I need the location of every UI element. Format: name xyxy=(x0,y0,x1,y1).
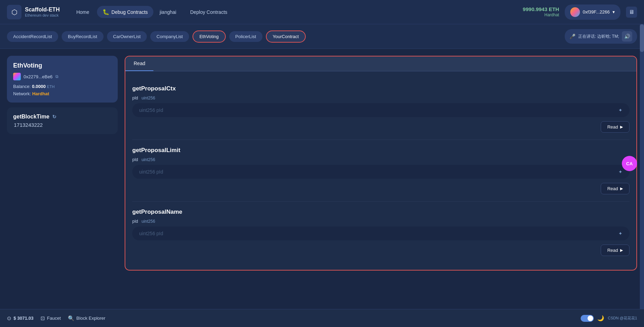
footer-faucet-label: Faucet xyxy=(47,316,61,321)
method-get-proposal-name-name: getProposalName xyxy=(132,209,629,215)
nav-home[interactable]: Home xyxy=(70,7,95,18)
footer-block-explorer[interactable]: 🔍 Block Explorer xyxy=(68,315,106,321)
footer-balance: ⊙ $ 3071.03 xyxy=(7,315,34,321)
speaker-button[interactable]: 🔊 xyxy=(622,31,632,42)
refresh-icon[interactable]: ↻ xyxy=(52,114,56,120)
toggle-knob xyxy=(588,316,593,321)
speaker-icon: 🔊 xyxy=(624,34,630,39)
network-value: Hardhat xyxy=(32,91,49,96)
tab-accident-record-list[interactable]: AccidentRecordList xyxy=(7,31,58,42)
main-content: EthVoting 0x2279...eBe6 ⧉ Balance: 0.000… xyxy=(0,49,644,277)
input-row-2: ✦ xyxy=(132,227,629,240)
expand-icon-0: ✦ xyxy=(618,107,623,113)
csdn-label: CA xyxy=(626,161,633,166)
method-section-get-proposal-limit: getProposalLimit pId uint256 ✦ Read ▶ xyxy=(132,140,629,202)
method-name: getBlockTime xyxy=(13,114,50,120)
logo: ⬡ Scaffold-ETH Ethereum dev stack xyxy=(7,5,60,19)
scrollbar-thumb[interactable] xyxy=(640,24,644,52)
method-get-proposal-limit-name: getProposalLimit xyxy=(132,147,629,154)
read-btn-0[interactable]: Read ▶ xyxy=(601,121,629,133)
read-btn-2[interactable]: Read ▶ xyxy=(601,245,629,256)
search-icon: 🔍 xyxy=(68,315,74,321)
speaking-indicator: 🎤 正在讲话: 边昕晗; TM; 🔊 xyxy=(565,29,637,44)
chevron-down-icon: ▾ xyxy=(612,9,615,15)
balance-label: Balance: xyxy=(13,84,31,89)
input-get-proposal-name[interactable] xyxy=(139,231,616,236)
input-row-0: ✦ xyxy=(132,103,629,117)
dark-mode-toggle[interactable] xyxy=(581,315,594,322)
csdn-widget[interactable]: CA xyxy=(622,156,637,171)
nav-debug-contracts[interactable]: 🐛 Debug Contracts xyxy=(97,6,153,18)
cursor-icon-1: ▶ xyxy=(620,186,623,191)
contract-info-card: EthVoting 0x2279...eBe6 ⧉ Balance: 0.000… xyxy=(7,56,118,103)
panel-tab-read[interactable]: Read xyxy=(125,56,153,71)
read-btn-2-label: Read xyxy=(607,248,618,253)
bug-icon: 🐛 xyxy=(102,9,109,15)
footer-faucet[interactable]: ⊡ Faucet xyxy=(41,315,61,321)
read-btn-1[interactable]: Read ▶ xyxy=(601,183,629,194)
wallet-address: 0xf39F...2266 xyxy=(583,9,610,15)
method-section-get-proposal-ctx: getProposalCtx pId uint256 ✦ Read ▶ xyxy=(132,78,629,140)
expand-icon-1: ✦ xyxy=(618,169,623,175)
dollar-icon: ⊙ xyxy=(7,315,11,321)
panel-tabs: Read xyxy=(125,56,636,71)
contract-network: Network: Hardhat xyxy=(13,91,111,96)
tab-company-list[interactable]: CompanyList xyxy=(150,31,189,42)
mic-icon: 🎤 xyxy=(570,34,575,39)
balance-unit: ETH xyxy=(47,85,55,89)
method-get-proposal-ctx-name: getProposalCtx xyxy=(132,85,629,92)
tab-policer-list[interactable]: PolicerList xyxy=(229,31,262,42)
nav-debug-label: Debug Contracts xyxy=(111,9,148,15)
read-btn-1-label: Read xyxy=(607,186,618,191)
speaking-text: 正在讲话: 边昕晗; TM; xyxy=(578,34,619,39)
eth-network: Hardhat xyxy=(523,12,559,18)
header-right: 9990.9943 ETH Hardhat 0xf39F...2266 ▾ 🖥 xyxy=(523,5,637,20)
param-type-1: uint256 xyxy=(142,157,155,162)
header: ⬡ Scaffold-ETH Ethereum dev stack Home 🐛… xyxy=(0,0,644,24)
eth-amount: 9990.9943 ETH xyxy=(523,6,559,13)
balance-value: 0.0000 xyxy=(32,84,46,89)
param-name-1: pId xyxy=(132,157,138,162)
footer-block-explorer-label: Block Explorer xyxy=(77,316,106,321)
footer-balance-value: $ 3071.03 xyxy=(14,316,34,321)
moon-icon: 🌙 xyxy=(597,315,604,321)
wallet-button[interactable]: 0xf39F...2266 ▾ xyxy=(565,5,620,20)
network-label: Network: xyxy=(13,91,31,96)
param-name-0: pId xyxy=(132,96,138,100)
method-section-get-proposal-name: getProposalName pId uint256 ✦ Read ▶ xyxy=(132,202,629,263)
expand-icon-2: ✦ xyxy=(618,231,623,236)
footer-right: 🌙 CSDN @花花花1 xyxy=(581,315,637,322)
tab-bar: AccidentRecordList BuyRecordList CarOwne… xyxy=(0,24,644,49)
faucet-icon: ⊡ xyxy=(41,315,45,321)
input-get-proposal-limit[interactable] xyxy=(139,169,616,175)
settings-button[interactable]: 🖥 xyxy=(626,7,637,18)
copy-icon[interactable]: ⧉ xyxy=(55,74,59,79)
cursor-icon-2: ▶ xyxy=(620,248,623,253)
panel-content: getProposalCtx pId uint256 ✦ Read ▶ getP… xyxy=(125,71,636,270)
sidebar: EthVoting 0x2279...eBe6 ⧉ Balance: 0.000… xyxy=(7,56,118,271)
param-type-2: uint256 xyxy=(142,219,155,224)
monitor-icon: 🖥 xyxy=(629,9,634,15)
footer-bar: ⊙ $ 3071.03 ⊡ Faucet 🔍 Block Explorer 🌙 … xyxy=(0,309,644,327)
logo-icon: ⬡ xyxy=(7,5,21,19)
get-block-time-card: getBlockTime ↻ 1713243222 xyxy=(7,107,118,134)
app-title: Scaffold-ETH xyxy=(25,6,60,13)
param-label-0: pId uint256 xyxy=(132,96,629,100)
read-btn-0-label: Read xyxy=(607,124,618,130)
tab-car-owner-list[interactable]: CarOwnerList xyxy=(107,31,147,42)
tab-buy-record-list[interactable]: BuyRecordList xyxy=(62,31,104,42)
contract-address-row: 0x2279...eBe6 ⧉ xyxy=(13,73,111,80)
contract-name: EthVoting xyxy=(13,62,111,69)
input-get-proposal-ctx[interactable] xyxy=(139,107,616,113)
tab-eth-voting[interactable]: EthVoting xyxy=(193,30,226,43)
param-name-2: pId xyxy=(132,219,138,224)
cursor-icon-0: ▶ xyxy=(620,125,623,129)
app-subtitle: Ethereum dev stack xyxy=(25,13,60,18)
nav-jianghai[interactable]: jianghai xyxy=(153,7,182,18)
param-label-1: pId uint256 xyxy=(132,157,629,162)
contract-balance: Balance: 0.0000 ETH xyxy=(13,84,111,89)
tab-your-contract[interactable]: YourContract xyxy=(266,30,306,43)
nav-deploy-contracts[interactable]: Deploy Contracts xyxy=(184,7,233,18)
logo-text: Scaffold-ETH Ethereum dev stack xyxy=(25,6,60,17)
eth-balance-block: 9990.9943 ETH Hardhat xyxy=(523,6,559,18)
